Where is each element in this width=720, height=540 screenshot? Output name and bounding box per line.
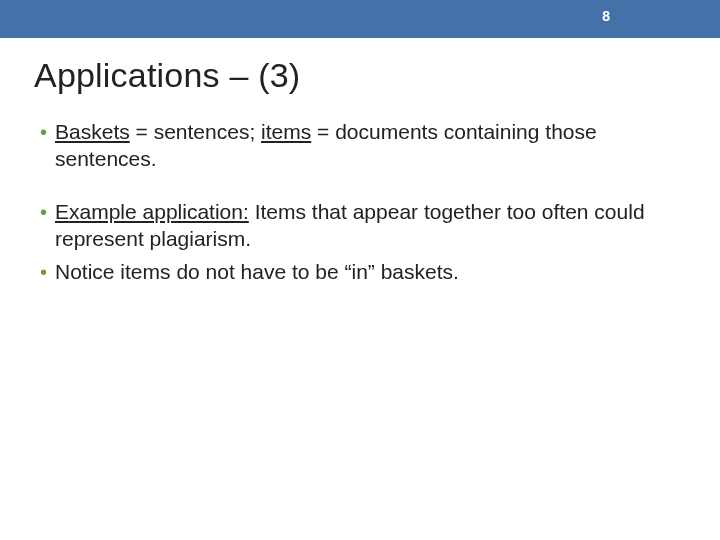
slide-title: Applications – (3) <box>34 56 300 95</box>
bullet-text: Notice items do not have to be “in” bask… <box>55 258 459 285</box>
bullet-text: Baskets = sentences; items = documents c… <box>55 118 680 172</box>
slide: 8 Applications – (3) •Baskets = sentence… <box>0 0 720 540</box>
bullet-dot-icon: • <box>40 259 47 285</box>
bullet-item: •Notice items do not have to be “in” bas… <box>40 258 680 285</box>
slide-body: •Baskets = sentences; items = documents … <box>40 118 680 291</box>
bullet-text: Example application: Items that appear t… <box>55 198 680 252</box>
bullet-item: •Example application: Items that appear … <box>40 198 680 252</box>
bullet-dot-icon: • <box>40 119 47 145</box>
bullet-dot-icon: • <box>40 199 47 225</box>
bullet-item: •Baskets = sentences; items = documents … <box>40 118 680 172</box>
header-bar: 8 <box>0 0 720 38</box>
page-number: 8 <box>602 8 610 24</box>
